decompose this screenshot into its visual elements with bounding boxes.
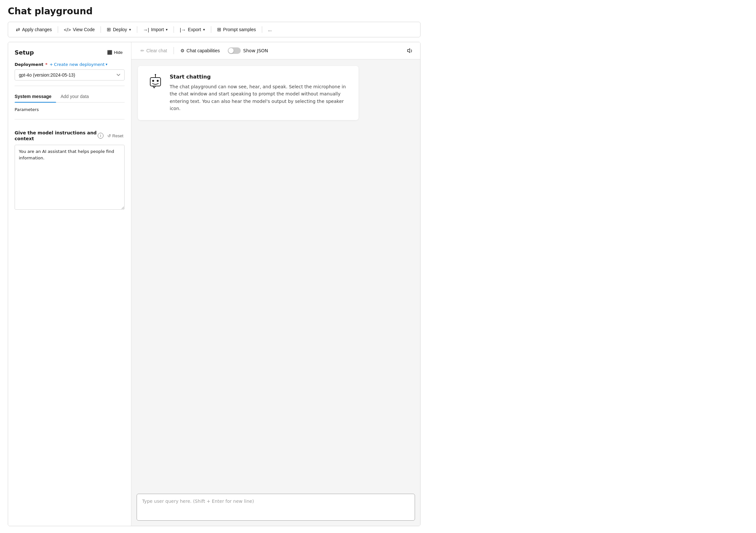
welcome-title: Start chatting [170,74,349,80]
tab-system-message[interactable]: System message [14,91,56,102]
section-divider-1 [14,86,124,86]
chat-input-area [131,490,420,526]
instructions-section: Give the model instructions and context … [14,130,124,211]
export-button[interactable]: |→ Export ▾ [176,25,208,34]
required-indicator: * [45,62,48,67]
setup-header: Setup ⬛ Hide [14,49,124,56]
chat-messages: Start chatting The chat playground can n… [131,59,420,490]
instructions-actions: i ↺ Reset [98,133,124,139]
welcome-text: The chat playground can now see, hear, a… [170,83,349,112]
hide-button[interactable]: ⬛ Hide [105,49,124,56]
speaker-button[interactable] [405,45,415,56]
welcome-content: Start chatting The chat playground can n… [170,74,349,112]
view-code-button[interactable]: </> View Code [61,25,98,34]
apply-changes-button[interactable]: ⇄ Apply changes [13,25,55,34]
chat-toolbar: ✏ Clear chat ⚙ Chat capabilities Show JS… [131,42,420,59]
svg-point-3 [152,80,154,82]
reset-button[interactable]: ↺ Reset [106,133,124,139]
main-toolbar: ⇄ Apply changes </> View Code ⊞ Deploy ▾… [8,22,420,37]
speaker-icon [407,47,413,54]
plus-icon: + [49,62,53,67]
toolbar-divider-4 [174,26,174,33]
import-icon: →| [143,27,149,33]
show-json-label: Show JSON [243,48,268,53]
more-options-button[interactable]: ... [265,25,275,34]
toolbar-divider-2 [100,26,101,33]
apply-changes-icon: ⇄ [16,27,20,33]
import-button[interactable]: →| Import ▾ [140,25,171,34]
welcome-card: Start chatting The chat playground can n… [138,66,359,120]
toolbar-divider-1 [58,26,58,33]
export-icon: |→ [180,27,186,33]
svg-point-4 [157,80,159,82]
toolbar-divider-6 [262,26,262,33]
chat-panel: ✏ Clear chat ⚙ Chat capabilities Show JS… [131,42,420,526]
info-icon[interactable]: i [98,133,103,139]
deployment-label: Deployment * + Create new deployment ▾ [14,62,124,67]
eraser-icon: ✏ [141,48,145,53]
deploy-chevron-icon: ▾ [129,28,131,32]
code-icon: </> [64,27,71,33]
deployment-select[interactable]: gpt-4o (version:2024-05-13) [14,70,124,80]
page-title: Chat playground [8,6,420,16]
robot-icon [147,74,164,93]
prompt-samples-icon: ⊞ [217,27,221,33]
section-divider-2 [14,119,124,120]
instructions-label: Give the model instructions and context [14,130,98,142]
instructions-header: Give the model instructions and context … [14,130,124,142]
toolbar-divider-3 [137,26,137,33]
chat-input-box [137,494,415,521]
import-chevron-icon: ▾ [166,28,168,32]
create-new-deployment-link[interactable]: + Create new deployment ▾ [49,62,107,67]
main-content: Setup ⬛ Hide Deployment * + Create new d… [8,42,420,526]
chat-input[interactable] [142,499,410,515]
show-json-toggle-group: Show JSON [228,47,268,54]
prompt-samples-button[interactable]: ⊞ Prompt samples [214,25,259,34]
export-chevron-icon: ▾ [203,28,205,32]
deploy-button[interactable]: ⊞ Deploy ▾ [103,25,134,34]
setup-panel: Setup ⬛ Hide Deployment * + Create new d… [8,42,131,526]
parameters-link[interactable]: Parameters [14,105,124,114]
deploy-icon: ⊞ [107,27,111,33]
create-chevron-icon: ▾ [105,62,107,67]
hide-panel-icon: ⬛ [107,50,112,55]
setup-title: Setup [14,49,34,56]
chat-capabilities-button[interactable]: ⚙ Chat capabilities [176,46,224,55]
clear-chat-button[interactable]: ✏ Clear chat [137,46,171,55]
svg-point-1 [155,74,156,75]
svg-rect-2 [150,78,161,86]
tabs-row: System message Add your data [14,91,124,102]
chat-toolbar-divider [174,47,174,54]
toolbar-divider-5 [211,26,211,33]
gear-icon: ⚙ [180,48,185,53]
show-json-toggle[interactable] [228,47,241,54]
instructions-textarea[interactable]: You are an AI assistant that helps peopl… [14,145,124,210]
tab-add-your-data[interactable]: Add your data [61,91,94,102]
reset-icon: ↺ [107,133,111,138]
